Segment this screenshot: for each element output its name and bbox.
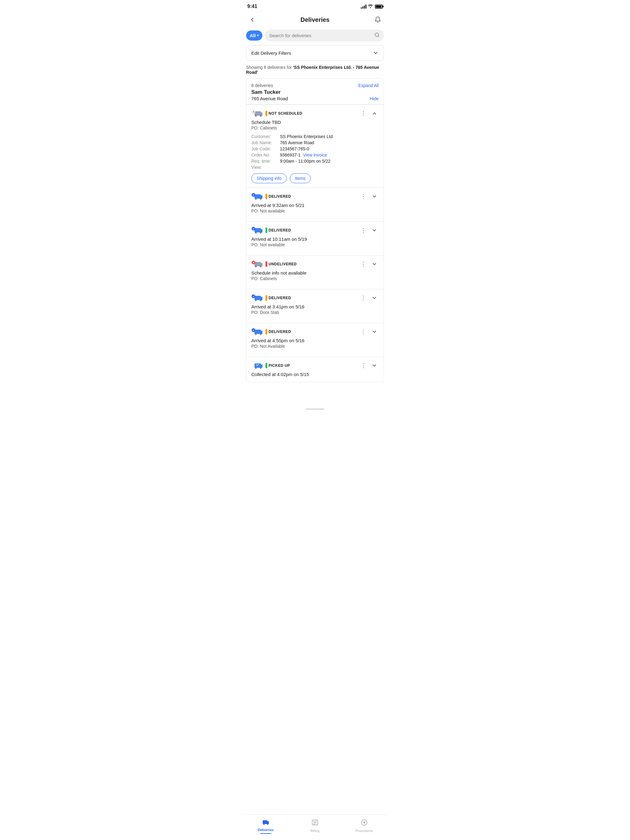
status-dot-icon xyxy=(266,363,268,368)
delivery-item: UNDELIVERED ⋮ Schedule info not availabl… xyxy=(246,255,384,289)
view-label: View: xyxy=(251,165,277,170)
truck-icon xyxy=(251,109,263,117)
delivery-title: Arrived at 10:11am on 5/19 xyxy=(251,237,379,242)
job-code-value: 1234567-765-0 xyxy=(280,146,309,151)
shipping-info-button[interactable]: Shipping info xyxy=(251,174,287,183)
status-icons xyxy=(361,4,383,9)
svg-point-41 xyxy=(252,295,255,298)
delivery-subtitle: PO: Not available xyxy=(251,242,379,247)
svg-rect-43 xyxy=(260,331,263,334)
page-header: Deliveries xyxy=(241,12,389,30)
hide-button[interactable]: Hide xyxy=(370,96,379,101)
delivery-expand-button[interactable] xyxy=(370,294,379,302)
order-no-label: Order No: xyxy=(251,153,277,158)
svg-point-58 xyxy=(264,824,264,825)
delivery-more-menu[interactable]: ⋮ xyxy=(359,361,367,370)
items-button[interactable]: Items xyxy=(290,174,311,183)
status-label: DELIVERED xyxy=(269,228,291,232)
svg-point-47 xyxy=(260,333,261,335)
delivery-expand-button[interactable] xyxy=(370,192,379,201)
svg-point-45 xyxy=(255,333,256,335)
svg-rect-3 xyxy=(260,112,263,115)
status-dot-icon xyxy=(266,329,268,335)
svg-point-17 xyxy=(260,198,261,199)
svg-point-31 xyxy=(260,266,261,267)
page-title: Deliveries xyxy=(301,16,330,24)
truck-icon xyxy=(251,193,263,201)
search-icon xyxy=(374,32,380,39)
delivery-expand-button[interactable] xyxy=(370,361,379,370)
notification-bell-button[interactable] xyxy=(372,14,383,25)
req-time-label: Req. time: xyxy=(251,159,277,164)
group-count: 8 deliveries xyxy=(251,83,273,88)
job-code-label: Job Code: xyxy=(251,146,277,151)
result-prefix: Showing 8 deliveries for xyxy=(246,65,293,70)
customer-label: Customer: xyxy=(251,134,277,139)
truck-icon xyxy=(251,328,263,336)
status-badge: DELIVERED xyxy=(266,227,291,233)
order-no-value: 9366937-1 xyxy=(280,153,301,158)
delivery-item: PICKED UP ⋮ Collected at 4:02pm on 5/15 xyxy=(246,357,384,382)
delivery-expand-button[interactable] xyxy=(370,327,379,336)
nav-promotions[interactable]: $ Promotions xyxy=(340,819,389,833)
svg-point-25 xyxy=(252,227,255,231)
truck-icon xyxy=(251,362,263,369)
delivery-more-menu[interactable]: ⋮ xyxy=(359,327,367,336)
delivery-title: Schedule info not available xyxy=(251,270,379,275)
truck-icon xyxy=(251,294,263,302)
status-label: NOT SCHEDULED xyxy=(269,111,302,115)
job-name-label: Job Name: xyxy=(251,140,277,145)
edit-delivery-filters-bar[interactable]: Edit Delivery Filters xyxy=(246,45,384,61)
delivery-more-menu[interactable]: ⋮ xyxy=(359,192,367,201)
group-address: 765 Avenue Road xyxy=(251,96,288,101)
group-name: Sam Tucker xyxy=(251,89,379,95)
filter-dropdown[interactable]: All ▾ xyxy=(246,30,263,41)
svg-rect-56 xyxy=(266,821,269,824)
delivery-status-row: NOT SCHEDULED xyxy=(251,109,302,117)
delivery-item: DELIVERED ⋮ Arrived at 9:32am on 5/21 PO… xyxy=(246,188,384,221)
job-name-value: 765 Avenue Road xyxy=(280,140,314,145)
signal-icon xyxy=(361,5,366,9)
search-input[interactable] xyxy=(269,33,372,38)
search-row: All ▾ xyxy=(241,30,389,45)
status-label: UNDELIVERED xyxy=(269,262,297,266)
promotions-nav-icon: $ xyxy=(361,819,368,828)
status-time: 9:41 xyxy=(247,4,257,9)
status-badge: PICKED UP xyxy=(266,363,290,368)
nav-deliveries[interactable]: Deliveries xyxy=(241,818,290,834)
truck-icon xyxy=(251,260,263,268)
battery-icon xyxy=(375,5,383,9)
delivery-expand-button[interactable] xyxy=(370,260,379,268)
delivery-item: DELIVERED ⋮ Arrived at 3:41pm on 5/16 PO… xyxy=(246,289,384,323)
status-badge: DELIVERED xyxy=(266,295,291,301)
svg-point-22 xyxy=(255,232,256,233)
delivery-more-menu[interactable]: ⋮ xyxy=(359,226,367,235)
req-time-value: 9:00am - 11:00pm on 5/22 xyxy=(280,159,330,164)
status-label: DELIVERED xyxy=(269,296,291,300)
delivery-title: Collected at 4:02pm on 5/15 xyxy=(251,372,379,377)
delivery-subtitle: PO: Not available xyxy=(251,208,379,213)
delivery-item: DELIVERED ⋮ Arrived at 10:11am on 5/19 P… xyxy=(246,221,384,255)
nav-billing[interactable]: Billing xyxy=(290,819,340,833)
svg-point-15 xyxy=(255,198,256,199)
back-button[interactable] xyxy=(247,14,258,25)
filter-bar-chevron-icon xyxy=(372,50,379,56)
delivery-expand-button[interactable] xyxy=(370,226,379,235)
delivery-subtitle: PO: Cabinets xyxy=(251,125,379,130)
nav-active-indicator xyxy=(260,833,271,834)
svg-point-40 xyxy=(260,300,261,301)
svg-point-38 xyxy=(255,300,256,301)
delivery-more-menu[interactable]: ⋮ xyxy=(359,294,367,302)
svg-point-52 xyxy=(255,368,256,368)
view-invoice-link[interactable]: View Invoice xyxy=(303,153,327,158)
status-dot-icon xyxy=(266,111,268,116)
status-label: DELIVERED xyxy=(269,330,291,334)
deliveries-container: 8 deliveries Expand All Sam Tucker 765 A… xyxy=(246,78,384,382)
delivery-more-menu[interactable]: ⋮ xyxy=(359,109,367,118)
expand-all-button[interactable]: Expand All xyxy=(358,83,379,88)
dropdown-chevron-icon: ▾ xyxy=(257,33,259,38)
search-bar xyxy=(265,30,384,41)
delivery-more-menu[interactable]: ⋮ xyxy=(359,260,367,268)
action-buttons: Shipping info Items xyxy=(251,174,379,183)
delivery-collapse-button[interactable] xyxy=(370,109,379,118)
